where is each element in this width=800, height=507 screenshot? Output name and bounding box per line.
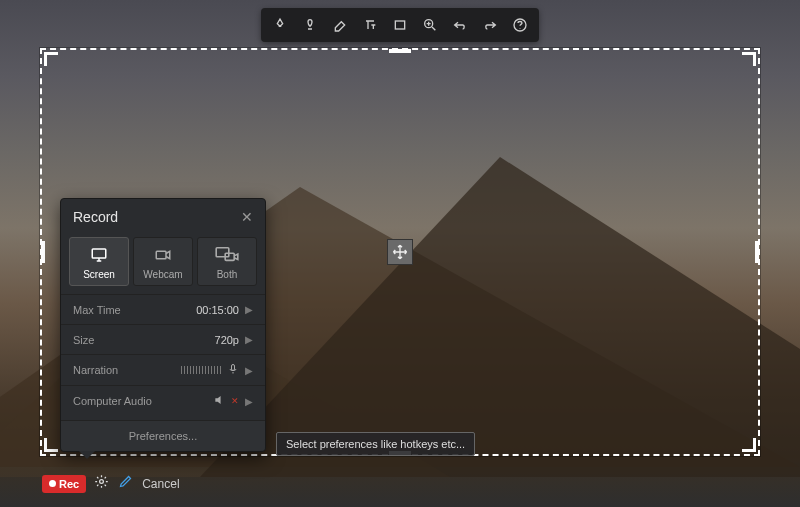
- resize-handle-tl[interactable]: [44, 52, 64, 72]
- source-label: Screen: [83, 269, 115, 280]
- row-label: Computer Audio: [73, 395, 152, 407]
- source-label: Webcam: [143, 269, 182, 280]
- preferences-tooltip: Select preferences like hotkeys etc...: [276, 432, 475, 456]
- resize-handle-left[interactable]: [41, 241, 45, 263]
- chevron-right-icon: ▶: [245, 334, 253, 345]
- move-handle[interactable]: [387, 239, 413, 265]
- svg-rect-5: [216, 248, 229, 257]
- row-max-time[interactable]: Max Time 00:15:00▶: [61, 294, 265, 324]
- webcam-icon: [151, 245, 175, 265]
- chevron-right-icon: ▶: [245, 365, 253, 376]
- row-label: Narration: [73, 364, 118, 376]
- record-button[interactable]: Rec: [42, 475, 86, 493]
- cancel-button[interactable]: Cancel: [142, 477, 179, 491]
- monitor-icon: [87, 245, 111, 265]
- text-tool-icon[interactable]: [357, 13, 383, 37]
- panel-title: Record: [73, 209, 118, 225]
- narration-level-icon: [181, 366, 221, 374]
- chevron-right-icon: ▶: [245, 304, 253, 315]
- redo-icon[interactable]: [477, 13, 503, 37]
- undo-icon[interactable]: [447, 13, 473, 37]
- svg-rect-4: [156, 251, 166, 259]
- svg-point-8: [99, 480, 103, 484]
- row-narration[interactable]: Narration ▶: [61, 354, 265, 385]
- row-size[interactable]: Size 720p▶: [61, 324, 265, 354]
- row-label: Max Time: [73, 304, 121, 316]
- row-computer-audio[interactable]: Computer Audio ✕ ▶: [61, 385, 265, 416]
- rectangle-tool-icon[interactable]: [387, 13, 413, 37]
- resize-handle-right[interactable]: [755, 241, 759, 263]
- zoom-icon[interactable]: [417, 13, 443, 37]
- edit-pencil-icon[interactable]: [116, 474, 134, 493]
- help-icon[interactable]: [507, 13, 533, 37]
- resize-handle-top[interactable]: [389, 49, 411, 53]
- annotation-toolbar: [261, 8, 539, 42]
- pen-tool-icon[interactable]: [267, 13, 293, 37]
- source-both[interactable]: Both: [197, 237, 257, 286]
- preferences-button[interactable]: Preferences...: [61, 420, 265, 451]
- source-label: Both: [217, 269, 238, 280]
- cancel-label: Cancel: [142, 477, 179, 491]
- mute-indicator-icon: ✕: [231, 396, 239, 406]
- chevron-right-icon: ▶: [245, 396, 253, 407]
- resize-handle-br[interactable]: [736, 432, 756, 452]
- close-icon[interactable]: ✕: [241, 209, 253, 225]
- svg-rect-7: [232, 365, 235, 371]
- record-panel: Record ✕ Screen Webcam Both Max Time 00:…: [60, 198, 266, 452]
- preferences-label: Preferences...: [129, 430, 197, 442]
- speaker-icon: [213, 393, 227, 409]
- highlighter-icon[interactable]: [297, 13, 323, 37]
- tooltip-text: Select preferences like hotkeys etc...: [286, 438, 465, 450]
- settings-gear-icon[interactable]: [92, 474, 110, 493]
- source-screen[interactable]: Screen: [69, 237, 129, 286]
- max-time-value: 00:15:00: [196, 304, 239, 316]
- source-webcam[interactable]: Webcam: [133, 237, 193, 286]
- svg-rect-0: [395, 21, 404, 29]
- row-label: Size: [73, 334, 94, 346]
- svg-rect-3: [92, 249, 106, 258]
- resize-handle-tr[interactable]: [736, 52, 756, 72]
- size-value: 720p: [215, 334, 239, 346]
- eraser-icon[interactable]: [327, 13, 353, 37]
- both-icon: [214, 245, 240, 265]
- record-controls-bar: Rec Cancel: [42, 474, 180, 493]
- microphone-icon: [227, 362, 239, 378]
- record-label: Rec: [59, 478, 79, 490]
- record-dot-icon: [49, 480, 56, 487]
